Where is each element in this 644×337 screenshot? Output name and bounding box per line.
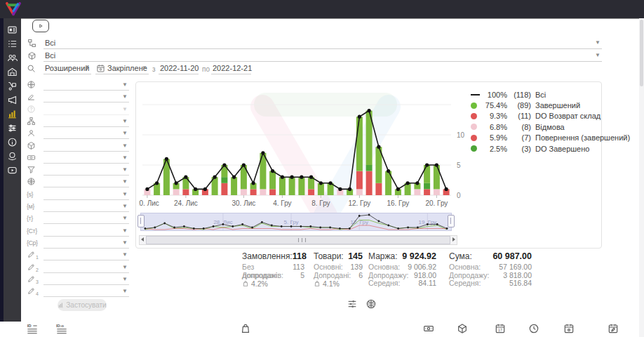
legend-item[interactable]: 75.4%(89)Завершений [471,100,630,110]
video-help-button[interactable] [32,20,49,32]
view-toggle-web-globe[interactable] [365,298,378,310]
line-dot[interactable] [368,109,371,112]
bar-segment[interactable] [241,189,247,195]
bar-segment[interactable] [221,177,227,183]
line-dot[interactable] [242,163,246,166]
table-column-clock[interactable] [528,323,539,334]
line-dot[interactable] [194,187,197,191]
chart-minimap[interactable]: 28. Лис5. Гру12. Гру19. Гру [140,213,452,232]
legend-item[interactable]: 6.8%(8)Відмова [471,121,630,132]
line-dot[interactable] [445,187,448,191]
chart-scrollbar[interactable] [139,235,457,245]
filter-select[interactable]: ▼ [43,226,129,237]
line-dot[interactable] [290,176,294,179]
line-dot[interactable] [175,181,178,185]
filter-select[interactable]: ▼ [43,165,129,176]
line-dot[interactable] [203,187,207,191]
sidebar-item-info[interactable] [4,135,21,149]
filter-select[interactable]: ▼ [43,238,129,249]
sidebar-item-dashboard[interactable] [4,22,21,37]
line-dot[interactable] [387,169,390,173]
filter-select[interactable]: ▼ [43,117,129,127]
line-dot[interactable] [425,163,429,166]
line-dot[interactable] [222,163,226,166]
bar-segment[interactable] [356,117,363,171]
bar-segment[interactable] [434,165,440,189]
bar-segment[interactable] [182,189,189,195]
filter-select[interactable]: ▼ [43,201,129,212]
minimap-handle-left[interactable] [137,215,145,227]
bar-segment[interactable] [269,189,276,195]
bar-segment[interactable] [221,183,227,195]
line-dot[interactable] [232,176,236,179]
sidebar-item-customers[interactable] [4,51,21,65]
line-dot[interactable] [281,176,284,179]
bar-segment[interactable] [279,177,286,195]
bar-segment[interactable] [173,189,180,195]
line-dot[interactable] [184,176,187,179]
view-toggle-list-settings[interactable] [347,298,359,310]
bar-segment[interactable] [366,171,373,195]
line-dot[interactable] [309,176,313,179]
line-dot[interactable] [261,151,264,154]
table-column-calendar-edit[interactable] [608,323,619,334]
channel-select[interactable]: Всі ▼ [43,38,602,49]
bar-segment[interactable] [356,171,363,190]
sidebar-item-settings-sliders[interactable] [4,121,21,135]
sidebar-item-delivery[interactable] [4,79,21,93]
table-column-calendar-date[interactable]: 17 [495,323,506,334]
vertical-scrollbar[interactable] [639,18,644,337]
table-column-id[interactable]: ID [27,323,38,334]
bar-segment[interactable] [375,183,382,195]
line-dot[interactable] [338,187,342,191]
total-line[interactable] [147,111,446,190]
line-dot[interactable] [145,187,149,191]
filter-select[interactable]: ▼ [43,286,129,297]
legend-item[interactable]: 2.5%(3)DO Завершено [471,143,630,154]
line-dot[interactable] [165,157,168,161]
bar-segment[interactable] [250,189,257,195]
table-column-package[interactable] [457,323,468,334]
table-column-bag[interactable] [240,323,251,334]
line-dot[interactable] [329,181,333,185]
line-dot[interactable] [348,187,351,191]
table-column-banknote[interactable] [423,323,434,334]
line-dot[interactable] [213,176,217,179]
sidebar-item-analytics[interactable] [4,107,21,121]
bar-segment[interactable] [356,189,363,195]
table-column-calendar-status[interactable] [563,323,575,334]
line-dot[interactable] [377,145,380,149]
scroll-right-arrow-icon[interactable] [452,237,455,242]
chart-scrollbar-thumb[interactable] [146,236,450,244]
line-dot[interactable] [155,181,159,185]
line-dot[interactable] [415,181,419,185]
bar-segment[interactable] [366,165,373,171]
sidebar-item-warehouse[interactable] [4,65,21,79]
filter-select[interactable]: ▼ [43,250,129,260]
sidebar-item-orders-list[interactable] [4,37,21,51]
bar-segment[interactable] [424,165,430,183]
filter-select[interactable]: ▼ [43,128,129,139]
bar-segment[interactable] [289,177,295,195]
product-select[interactable]: Всі ▼ [43,51,602,62]
filter-select[interactable]: ▼ [43,80,129,91]
bar-segment[interactable] [298,177,304,195]
sidebar-item-megaphone[interactable] [4,93,21,107]
legend-item[interactable]: 9.3%(11)DO Возврат склад [471,111,630,121]
brand-logo-icon[interactable] [6,2,21,16]
line-dot[interactable] [319,181,323,185]
period-mode-select[interactable]: Закріплене ▼ [95,63,149,74]
bar-segment[interactable] [260,189,266,195]
bar-segment[interactable] [269,171,276,190]
line-dot[interactable] [252,181,255,185]
bar-segment[interactable] [424,183,430,190]
line-dot[interactable] [300,176,303,179]
bar-segment[interactable] [308,189,314,195]
date-from-input[interactable]: 2022-11-20 [159,63,199,74]
legend-item[interactable]: 5.9%(7)Повернення (завершений) [471,133,630,143]
bar-segment[interactable] [434,189,440,195]
table-column-external-id[interactable]: ID-o [56,323,67,334]
minimap-handle-right[interactable] [448,215,455,227]
scroll-left-arrow-icon[interactable] [141,237,144,242]
filter-select[interactable]: ▼ [43,92,129,103]
